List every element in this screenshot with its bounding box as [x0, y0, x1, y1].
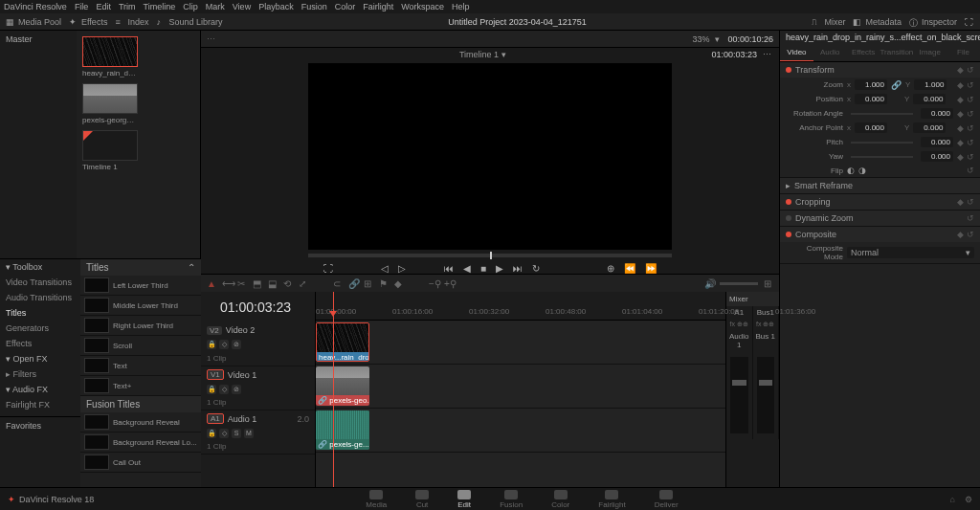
menu-view[interactable]: View: [233, 2, 251, 11]
mark-in-icon[interactable]: ◁: [381, 263, 389, 274]
clip-a1[interactable]: 🔗 pexels-ge...: [316, 410, 369, 450]
trim-tool-icon[interactable]: ⟷: [222, 278, 232, 288]
blade-tool-icon[interactable]: ✂: [237, 278, 247, 288]
position-lock-icon[interactable]: ⊞: [364, 278, 373, 288]
pitch-slider[interactable]: [851, 142, 913, 144]
inspector-button[interactable]: ⓘInspector: [909, 17, 957, 27]
page-cut[interactable]: Cut: [415, 490, 429, 509]
page-media[interactable]: Media: [366, 490, 387, 509]
index-button[interactable]: ≡Index: [115, 17, 148, 27]
page-fairlight[interactable]: Fairlight: [598, 490, 625, 509]
crop-icon[interactable]: ⛶: [323, 263, 333, 274]
menu-fairlight[interactable]: Fairlight: [363, 2, 393, 11]
title-item[interactable]: Text+: [80, 376, 201, 396]
clip-v2[interactable]: heav...rain_dro...: [316, 322, 369, 362]
menu-trim[interactable]: Trim: [119, 2, 136, 11]
menu-help[interactable]: Help: [452, 2, 470, 11]
toolbox-generators[interactable]: Generators: [0, 321, 80, 336]
lock-icon[interactable]: 🔒: [207, 340, 216, 349]
composite-header[interactable]: Composite◆↺: [780, 227, 980, 242]
page-fusion[interactable]: Fusion: [500, 490, 523, 509]
fit-icon[interactable]: ⤢: [299, 278, 308, 288]
scrub-bar[interactable]: [308, 254, 672, 257]
selection-tool-icon[interactable]: ▲: [207, 278, 216, 288]
anchor-x[interactable]: 0.000: [855, 122, 887, 133]
page-deliver[interactable]: Deliver: [655, 490, 679, 509]
track-lane-v1[interactable]: 🔗 pexels-geo...: [316, 365, 725, 409]
transform-header[interactable]: Transform◆↺: [780, 62, 980, 78]
home-icon[interactable]: ⌂: [950, 495, 955, 504]
track-head-v2[interactable]: V2Video 2 🔒◇⊘ 1 Clip: [201, 322, 315, 366]
replace-icon[interactable]: ⟲: [283, 278, 293, 288]
title-item[interactable]: Scroll: [80, 336, 201, 356]
master-bin[interactable]: Master: [0, 31, 77, 48]
menu-timeline[interactable]: Timeline: [144, 2, 176, 11]
rotation-val[interactable]: 0.000: [921, 108, 953, 119]
options-icon[interactable]: ⋯: [763, 50, 771, 59]
zoom-out-icon[interactable]: −⚲: [429, 278, 438, 288]
play-icon[interactable]: ▶: [496, 263, 503, 274]
pitch-val[interactable]: 0.000: [921, 137, 953, 147]
menu-playback[interactable]: Playback: [258, 2, 294, 11]
timeline-ruler[interactable]: 01:00:00:00 01:00:16:00 01:00:32:00 01:0…: [316, 292, 725, 321]
rotation-slider[interactable]: [851, 113, 913, 115]
menu-fusion[interactable]: Fusion: [301, 2, 327, 11]
snap-icon[interactable]: ⊂: [333, 278, 343, 288]
fullscreen-icon[interactable]: ⛶: [965, 17, 974, 27]
menu-mark[interactable]: Mark: [206, 2, 225, 11]
inspector-tab-audio[interactable]: Audio: [813, 44, 847, 61]
zoom-in-icon[interactable]: +⚲: [444, 278, 454, 288]
first-frame-icon[interactable]: ⏮: [444, 263, 454, 274]
mixer-button[interactable]: ⎍Mixer: [812, 17, 845, 27]
metadata-button[interactable]: ◧Metadata: [853, 17, 902, 27]
overwrite-icon[interactable]: ⬓: [268, 278, 278, 288]
link-icon[interactable]: 🔗: [348, 278, 358, 288]
effects-button[interactable]: ✦Effects: [69, 17, 107, 27]
toolbox-fairlightfx[interactable]: Fairlight FX: [0, 397, 80, 412]
timeline-options-icon[interactable]: ⊞: [764, 278, 773, 288]
loop-icon[interactable]: ↻: [532, 263, 540, 274]
track-head-v1[interactable]: V1Video 1 🔒◇⊘ 1 Clip: [201, 366, 315, 410]
zoom-x[interactable]: 1.000: [855, 79, 887, 90]
reset-icon[interactable]: ↺: [967, 65, 974, 75]
flag-icon[interactable]: ⚑: [379, 278, 389, 288]
prev-frame-icon[interactable]: ◀: [463, 263, 471, 274]
clip-thumb[interactable]: heavy_rain_drop_...: [82, 36, 138, 78]
playhead[interactable]: [333, 292, 334, 487]
audiofx-header[interactable]: ▾ Audio FX: [0, 382, 80, 397]
openfx-header[interactable]: ▾ Open FX: [0, 351, 80, 366]
flip-h-icon[interactable]: ◐: [847, 166, 855, 175]
anchor-y[interactable]: 0.000: [913, 122, 946, 133]
keyframe-icon[interactable]: ◆: [957, 65, 964, 75]
go-end-icon[interactable]: ⏩: [645, 263, 657, 274]
toolbox-video-transitions[interactable]: Video Transitions: [0, 275, 80, 290]
last-frame-icon[interactable]: ⏭: [513, 263, 523, 274]
match-frame-icon[interactable]: ⊕: [607, 263, 614, 274]
fader-bus1[interactable]: [757, 357, 775, 433]
flip-v-icon[interactable]: ◑: [858, 166, 866, 175]
zoom-y[interactable]: 1.000: [914, 79, 947, 90]
go-start-icon[interactable]: ⏪: [624, 263, 635, 274]
menu-color[interactable]: Color: [335, 2, 356, 11]
inspector-tab-video[interactable]: Video: [780, 44, 813, 61]
media-pool-button[interactable]: ▦Media Pool: [6, 17, 61, 27]
title-item[interactable]: Background Reveal: [80, 412, 201, 432]
collapse-icon[interactable]: ⌃: [188, 262, 195, 273]
track-lane-a1[interactable]: 🔗 pexels-ge...: [316, 409, 725, 453]
insert-icon[interactable]: ⬒: [253, 278, 262, 288]
pos-y[interactable]: 0.000: [913, 94, 946, 104]
title-item[interactable]: Background Reveal Lo...: [80, 432, 201, 453]
cropping-header[interactable]: Cropping◆↺: [780, 194, 980, 210]
clip-thumb[interactable]: pexels-george-mo...: [82, 83, 138, 124]
menu-edit[interactable]: Edit: [96, 2, 111, 11]
zoom-pct[interactable]: 33%: [692, 34, 709, 44]
composite-mode-select[interactable]: Normal▾: [847, 247, 974, 258]
timeline-thumb[interactable]: Timeline 1: [82, 130, 138, 171]
menu-workspace[interactable]: Workspace: [401, 2, 444, 11]
title-item[interactable]: Right Lower Third: [80, 316, 201, 336]
toolbox-header[interactable]: ▾ Toolbox: [0, 259, 80, 275]
toolbox-audio-transitions[interactable]: Audio Transitions: [0, 290, 80, 305]
stop-icon[interactable]: ■: [480, 263, 486, 274]
fader-a1[interactable]: [730, 357, 748, 433]
inspector-tab-file[interactable]: File: [947, 44, 980, 61]
